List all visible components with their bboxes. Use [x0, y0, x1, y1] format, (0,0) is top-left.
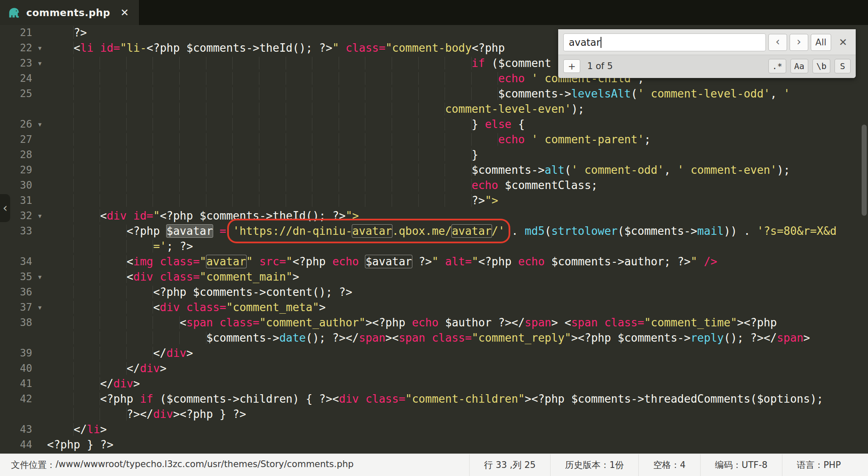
file-location: 文件位置： /www/wwwroot/typecho.l3zc.com/usr/…	[0, 459, 469, 471]
search-panel: avatar ‹ › All ✕ + 1 of 5 .* Aa \b S	[558, 29, 856, 78]
code-line-text: $comments->levelsAlt(' comment-level-odd…	[42, 86, 868, 101]
search-prev-button[interactable]: ‹	[768, 34, 787, 51]
code-line[interactable]: $comments->date(); ?></span><span class=…	[0, 330, 868, 345]
sidebar-collapse-handle[interactable]: ‹	[0, 194, 10, 222]
code-line-text: </div>	[42, 361, 868, 376]
search-row-main: avatar ‹ › All ✕	[558, 29, 856, 55]
line-number[interactable]: 25	[0, 86, 42, 101]
fold-arrow-icon[interactable]: ▾	[38, 270, 42, 285]
editor[interactable]: 21 ?>22▾ <li id="li-<?php $comments->the…	[0, 25, 868, 454]
code-line[interactable]: 42 <?php if ($comments->children) { ?><d…	[0, 391, 868, 406]
search-add-button[interactable]: +	[563, 59, 580, 73]
line-number[interactable]: 22▾	[0, 40, 42, 56]
tab-bar: comments.php ✕	[0, 0, 868, 25]
code-line[interactable]: 37▾ <div class="comment_meta">	[0, 300, 868, 315]
tab-title: comments.php	[26, 7, 110, 18]
php-elephant-icon	[8, 6, 20, 19]
vertical-scrollbar-thumb[interactable]	[862, 125, 867, 216]
regex-toggle-button[interactable]: .*	[768, 59, 786, 73]
tab-comments-php[interactable]: comments.php ✕	[0, 0, 139, 25]
code-line[interactable]: 33 <?php $avatar = 'https://dn-qiniu-ava…	[0, 223, 868, 239]
code-line-text: <img class="avatar" src="<?php echo $ava…	[42, 254, 868, 269]
line-number[interactable]: 38	[0, 315, 42, 330]
code-line[interactable]: 25 $comments->levelsAlt(' comment-level-…	[0, 86, 868, 101]
code-line-text: echo $commentClass;	[42, 178, 868, 193]
line-number[interactable]: 34	[0, 254, 42, 269]
code-line[interactable]: 43 </li>	[0, 422, 868, 437]
line-number[interactable]	[0, 330, 42, 345]
line-number[interactable]: 26▾	[0, 117, 42, 132]
fold-arrow-icon[interactable]: ▾	[38, 209, 42, 224]
code-line-text: ?></div><?php } ?>	[42, 406, 868, 422]
code-line[interactable]: 34 <img class="avatar" src="<?php echo $…	[0, 254, 868, 269]
line-number[interactable]	[0, 239, 42, 254]
line-number[interactable]: 43	[0, 422, 42, 437]
line-number[interactable]: 35▾	[0, 269, 42, 284]
code-line[interactable]: 40 </div>	[0, 361, 868, 376]
code-line[interactable]: 36 <?php $comments->content(); ?>	[0, 284, 868, 300]
code-line-text: <?php } ?>	[42, 437, 868, 452]
code-line-text: <?php $avatar = 'https://dn-qiniu-avatar…	[42, 223, 868, 239]
line-number[interactable]: 44	[0, 437, 42, 452]
line-number[interactable]: 30	[0, 178, 42, 193]
search-match-counter: 1 of 5	[587, 58, 612, 74]
code-line-text: </div>	[42, 376, 868, 391]
code-line-text: <?php if ($comments->children) { ?><div …	[42, 391, 868, 406]
code-line[interactable]: 29 $comments->alt(' comment-odd', ' comm…	[0, 162, 868, 178]
search-close-icon[interactable]: ✕	[835, 36, 851, 48]
whole-word-toggle-button[interactable]: \b	[812, 59, 830, 73]
line-number[interactable]: 39	[0, 345, 42, 361]
spaces-status[interactable]: 空格：4	[638, 454, 700, 476]
cursor-position-status: 行 33 ,列 25	[469, 454, 550, 476]
code-line-text: comment-level-even');	[42, 101, 868, 117]
fold-arrow-icon[interactable]: ▾	[38, 56, 42, 71]
language-status[interactable]: 语言：PHP	[782, 454, 855, 476]
line-number[interactable]: 37▾	[0, 300, 42, 315]
code-line-text: </div>	[42, 345, 868, 361]
code-line[interactable]: 41 </div>	[0, 376, 868, 391]
code-line[interactable]: ?></div><?php } ?>	[0, 406, 868, 422]
code-line[interactable]: 28 }	[0, 147, 868, 162]
line-number[interactable]	[0, 406, 42, 422]
code-editor-window: comments.php ✕ 21 ?>22▾ <li id="li-<?php…	[0, 0, 868, 476]
code-line[interactable]: 26▾ } else {	[0, 117, 868, 132]
code-line[interactable]: 39 </div>	[0, 345, 868, 361]
code-line[interactable]: 27 echo ' comment-parent';	[0, 132, 868, 147]
search-input[interactable]: avatar	[563, 33, 766, 51]
file-location-path: /www/wwwroot/typecho.l3zc.com/usr/themes…	[56, 459, 353, 471]
selection-search-toggle-button[interactable]: S	[835, 59, 851, 73]
line-number[interactable]: 24	[0, 71, 42, 86]
code-line[interactable]: 30 echo $commentClass;	[0, 178, 868, 193]
search-query-text: avatar	[569, 35, 600, 50]
line-number[interactable]: 27	[0, 132, 42, 147]
line-number[interactable]: 36	[0, 284, 42, 300]
search-next-button[interactable]: ›	[790, 34, 808, 51]
code-line[interactable]: comment-level-even');	[0, 101, 868, 117]
code-line[interactable]: 44<?php } ?>	[0, 437, 868, 452]
line-number[interactable]: 28	[0, 147, 42, 162]
line-number[interactable]: 41	[0, 376, 42, 391]
code-line-text: <div class="comment_main">	[42, 269, 868, 284]
encoding-status[interactable]: 编码：UTF-8	[700, 454, 782, 476]
search-all-button[interactable]: All	[811, 34, 831, 51]
fold-arrow-icon[interactable]: ▾	[38, 117, 42, 132]
line-number[interactable]: 23▾	[0, 56, 42, 71]
line-number[interactable]: 21	[0, 25, 42, 40]
file-location-label: 文件位置：	[11, 459, 56, 471]
case-sensitive-toggle-button[interactable]: Aa	[790, 59, 808, 73]
code-line-text: } else {	[42, 117, 868, 132]
line-number[interactable]: 29	[0, 162, 42, 178]
code-line[interactable]: 31 ?>">	[0, 193, 868, 208]
history-version-status[interactable]: 历史版本：1份	[550, 454, 638, 476]
status-items: 行 33 ,列 25 历史版本：1份 空格：4 编码：UTF-8 语言：PHP	[469, 454, 868, 476]
chevron-left-icon: ‹	[3, 200, 7, 216]
line-number[interactable]	[0, 101, 42, 117]
fold-arrow-icon[interactable]: ▾	[38, 300, 42, 315]
fold-arrow-icon[interactable]: ▾	[38, 41, 42, 56]
code-line[interactable]: 35▾ <div class="comment_main">	[0, 269, 868, 284]
code-line[interactable]: 38 <span class="comment_author"><?php ec…	[0, 315, 868, 330]
line-number[interactable]: 33	[0, 223, 42, 239]
tab-close-icon[interactable]: ✕	[120, 7, 129, 19]
line-number[interactable]: 42	[0, 391, 42, 406]
line-number[interactable]: 40	[0, 361, 42, 376]
